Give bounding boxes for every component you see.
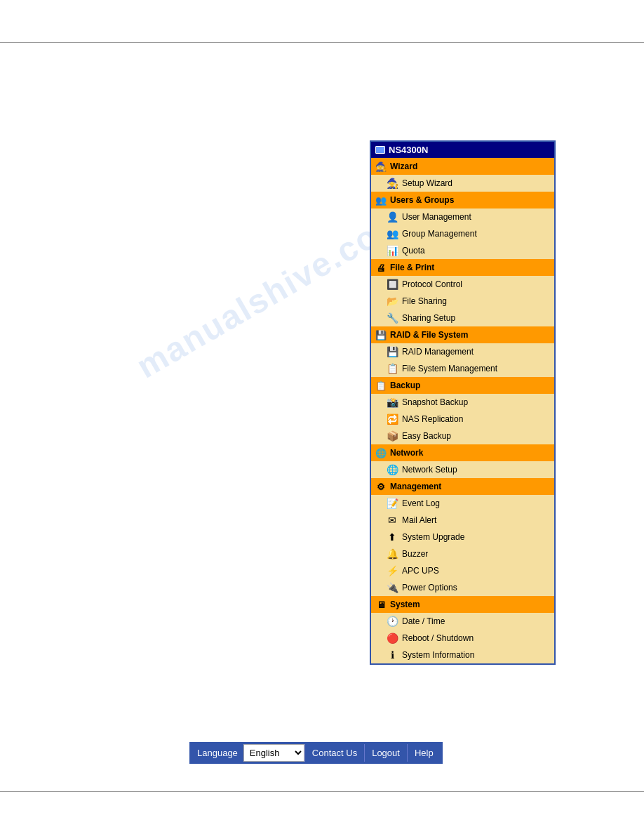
management-section-icon: ⚙ [375, 481, 387, 492]
section-header-file-print[interactable]: 🖨File & Print [371, 259, 554, 276]
file-sharing-icon: 📂 [387, 296, 398, 307]
section-header-raid-filesystem[interactable]: 💾RAID & File System [371, 326, 554, 343]
nav-title-bar: NS4300N [371, 142, 554, 158]
section-header-backup[interactable]: 📋Backup [371, 377, 554, 394]
menu-item-setup-wizard[interactable]: 🧙Setup Wizard [371, 175, 554, 192]
contact-us-button[interactable]: Contact Us [304, 744, 364, 762]
menu-item-label-nas-replication: NAS Replication [402, 414, 463, 424]
raid-filesystem-section-icon: 💾 [375, 329, 387, 340]
menu-item-file-sharing[interactable]: 📂File Sharing [371, 293, 554, 310]
backup-section-icon: 📋 [375, 380, 387, 391]
menu-item-label-filesystem-management: File System Management [402, 364, 497, 373]
mail-alert-icon: ✉ [387, 515, 398, 526]
section-label-users-groups: Users & Groups [390, 195, 454, 205]
setup-wizard-icon: 🧙 [387, 178, 398, 189]
menu-item-label-system-information: System Information [402, 650, 474, 660]
menu-item-power-options[interactable]: 🔌Power Options [371, 579, 554, 596]
filesystem-management-icon: 📋 [387, 363, 398, 374]
logout-button[interactable]: Logout [364, 744, 407, 762]
section-label-file-print: File & Print [390, 263, 434, 272]
bottom-rule [0, 791, 644, 792]
section-header-management[interactable]: ⚙Management [371, 478, 554, 495]
help-button[interactable]: Help [407, 744, 441, 762]
nas-replication-icon: 🔁 [387, 413, 398, 425]
menu-item-label-snapshot-backup: Snapshot Backup [402, 397, 468, 407]
group-management-icon: 👥 [387, 228, 398, 239]
menu-item-buzzer[interactable]: 🔔Buzzer [371, 545, 554, 562]
user-management-icon: 👤 [387, 211, 398, 223]
menu-item-event-log[interactable]: 📝Event Log [371, 495, 554, 512]
menu-item-system-upgrade[interactable]: ⬆System Upgrade [371, 529, 554, 545]
menu-item-quota[interactable]: 📊Quota [371, 242, 554, 259]
menu-item-label-sharing-setup: Sharing Setup [402, 313, 455, 323]
bottom-toolbar: Language EnglishFrenchGermanSpanishJapan… [189, 742, 443, 764]
section-label-management: Management [390, 482, 441, 491]
network-setup-icon: 🌐 [387, 464, 398, 475]
section-header-users-groups[interactable]: 👥Users & Groups [371, 192, 554, 208]
menu-item-apc-ups[interactable]: ⚡APC UPS [371, 562, 554, 579]
section-label-wizard: Wizard [390, 161, 417, 171]
users-groups-section-icon: 👥 [375, 194, 387, 206]
menu-item-label-easy-backup: Easy Backup [402, 431, 451, 441]
monitor-icon [375, 146, 385, 154]
section-header-wizard[interactable]: 🧙Wizard [371, 158, 554, 175]
language-label: Language [192, 744, 243, 762]
menu-item-easy-backup[interactable]: 📦Easy Backup [371, 428, 554, 444]
section-label-raid-filesystem: RAID & File System [390, 330, 468, 340]
menu-item-reboot-shutdown[interactable]: 🔴Reboot / Shutdown [371, 630, 554, 647]
menu-item-label-power-options: Power Options [402, 583, 457, 593]
section-header-system[interactable]: 🖥System [371, 596, 554, 613]
snapshot-backup-icon: 📸 [387, 397, 398, 408]
apc-ups-icon: ⚡ [387, 565, 398, 576]
menu-item-sharing-setup[interactable]: 🔧Sharing Setup [371, 310, 554, 326]
menu-item-network-setup[interactable]: 🌐Network Setup [371, 461, 554, 478]
menu-item-label-date-time: Date / Time [402, 616, 445, 626]
protocol-control-icon: 🔲 [387, 279, 398, 290]
menu-item-label-buzzer: Buzzer [402, 549, 428, 559]
menu-item-filesystem-management[interactable]: 📋File System Management [371, 360, 554, 377]
menu-item-protocol-control[interactable]: 🔲Protocol Control [371, 276, 554, 293]
raid-management-icon: 💾 [387, 346, 398, 357]
menu-item-label-network-setup: Network Setup [402, 465, 457, 475]
wizard-section-icon: 🧙 [375, 161, 387, 172]
nav-sections: 🧙Wizard🧙Setup Wizard👥Users & Groups👤User… [371, 158, 554, 663]
section-label-backup: Backup [390, 380, 420, 390]
device-name: NS4300N [389, 145, 428, 155]
menu-item-snapshot-backup[interactable]: 📸Snapshot Backup [371, 394, 554, 411]
menu-item-system-information[interactable]: ℹSystem Information [371, 647, 554, 663]
menu-item-label-raid-management: RAID Management [402, 347, 474, 357]
menu-item-label-user-management: User Management [402, 212, 471, 222]
menu-item-label-system-upgrade: System Upgrade [402, 532, 464, 542]
section-header-network[interactable]: 🌐Network [371, 444, 554, 461]
section-label-network: Network [390, 448, 423, 458]
quota-icon: 📊 [387, 245, 398, 256]
system-upgrade-icon: ⬆ [387, 531, 398, 543]
buzzer-icon: 🔔 [387, 548, 398, 560]
network-section-icon: 🌐 [375, 447, 387, 458]
event-log-icon: 📝 [387, 498, 398, 509]
menu-item-nas-replication[interactable]: 🔁NAS Replication [371, 411, 554, 428]
menu-item-label-file-sharing: File Sharing [402, 296, 447, 306]
menu-item-label-mail-alert: Mail Alert [402, 515, 436, 525]
menu-item-label-apc-ups: APC UPS [402, 566, 439, 576]
file-print-section-icon: 🖨 [375, 262, 387, 273]
date-time-icon: 🕐 [387, 616, 398, 627]
menu-item-label-setup-wizard: Setup Wizard [402, 178, 452, 188]
nav-panel: NS4300N 🧙Wizard🧙Setup Wizard👥Users & Gro… [370, 140, 556, 665]
system-section-icon: 🖥 [375, 599, 387, 610]
menu-item-mail-alert[interactable]: ✉Mail Alert [371, 512, 554, 529]
menu-item-date-time[interactable]: 🕐Date / Time [371, 613, 554, 630]
easy-backup-icon: 📦 [387, 430, 398, 442]
menu-item-raid-management[interactable]: 💾RAID Management [371, 343, 554, 360]
menu-item-label-quota: Quota [402, 246, 425, 256]
menu-item-label-event-log: Event Log [402, 498, 440, 508]
power-options-icon: 🔌 [387, 582, 398, 593]
menu-item-user-management[interactable]: 👤User Management [371, 208, 554, 225]
top-rule [0, 42, 644, 43]
menu-item-group-management[interactable]: 👥Group Management [371, 225, 554, 242]
menu-item-label-group-management: Group Management [402, 229, 477, 239]
sharing-setup-icon: 🔧 [387, 312, 398, 324]
language-select[interactable]: EnglishFrenchGermanSpanishJapaneseChines… [243, 744, 304, 762]
system-information-icon: ℹ [387, 649, 398, 661]
menu-item-label-reboot-shutdown: Reboot / Shutdown [402, 633, 474, 643]
